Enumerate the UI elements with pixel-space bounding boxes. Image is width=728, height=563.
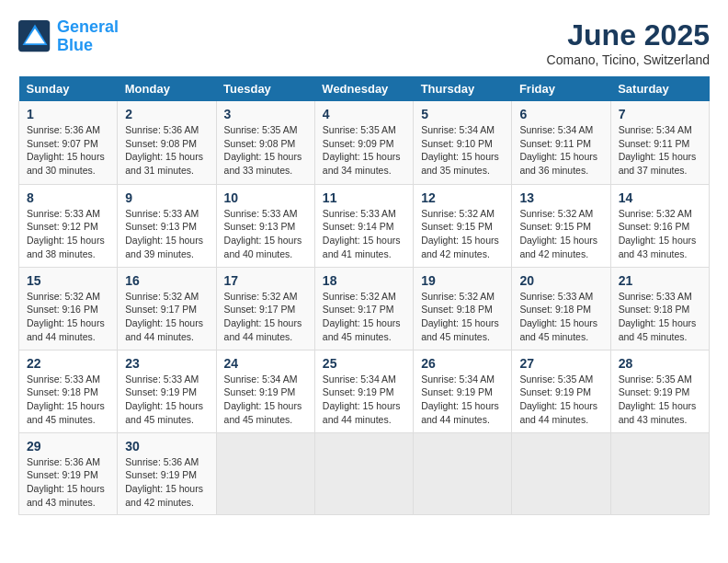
day-info-28: Sunrise: 5:35 AM Sunset: 9:19 PM Dayligh…	[619, 373, 701, 427]
day-info-6: Sunrise: 5:34 AM Sunset: 9:11 PM Dayligh…	[519, 123, 602, 178]
day-info-30: Sunrise: 5:36 AM Sunset: 9:19 PM Dayligh…	[125, 455, 208, 510]
day-number-13: 13	[519, 190, 602, 205]
day-number-7: 7	[619, 107, 701, 121]
header-friday: Friday	[512, 76, 610, 101]
cell-week1-day6: 7Sunrise: 5:34 AM Sunset: 9:11 PM Daylig…	[610, 101, 709, 184]
day-number-12: 12	[421, 190, 504, 205]
day-number-5: 5	[421, 107, 504, 121]
day-info-20: Sunrise: 5:33 AM Sunset: 9:18 PM Dayligh…	[519, 290, 602, 344]
logo-text: General Blue	[57, 18, 119, 55]
cell-week3-day3: 18Sunrise: 5:32 AM Sunset: 9:17 PM Dayli…	[314, 267, 413, 350]
calendar-title: June 2025	[547, 18, 710, 52]
day-number-15: 15	[27, 273, 109, 288]
cell-week5-day2	[216, 432, 314, 515]
cell-week5-day6	[610, 432, 709, 515]
day-info-13: Sunrise: 5:32 AM Sunset: 9:15 PM Dayligh…	[519, 207, 602, 261]
day-info-22: Sunrise: 5:33 AM Sunset: 9:18 PM Dayligh…	[27, 373, 109, 427]
cell-week2-day1: 9Sunrise: 5:33 AM Sunset: 9:13 PM Daylig…	[118, 184, 216, 267]
cell-week3-day0: 15Sunrise: 5:32 AM Sunset: 9:16 PM Dayli…	[19, 267, 118, 350]
cell-week1-day4: 5Sunrise: 5:34 AM Sunset: 9:10 PM Daylig…	[414, 101, 512, 184]
day-number-26: 26	[421, 356, 504, 371]
day-info-19: Sunrise: 5:32 AM Sunset: 9:18 PM Dayligh…	[421, 290, 504, 344]
cell-week3-day2: 17Sunrise: 5:32 AM Sunset: 9:17 PM Dayli…	[216, 267, 314, 350]
cell-week4-day2: 24Sunrise: 5:34 AM Sunset: 9:19 PM Dayli…	[216, 350, 314, 432]
cell-week1-day0: 1Sunrise: 5:36 AM Sunset: 9:07 PM Daylig…	[19, 101, 118, 184]
cell-week1-day5: 6Sunrise: 5:34 AM Sunset: 9:11 PM Daylig…	[512, 101, 610, 184]
day-number-8: 8	[27, 190, 109, 205]
day-info-5: Sunrise: 5:34 AM Sunset: 9:10 PM Dayligh…	[421, 123, 504, 178]
day-number-2: 2	[125, 107, 208, 121]
day-number-9: 9	[125, 190, 208, 205]
title-section: June 2025 Comano, Ticino, Switzerland	[547, 18, 710, 67]
cell-week2-day3: 11Sunrise: 5:33 AM Sunset: 9:14 PM Dayli…	[314, 184, 413, 267]
cell-week4-day1: 23Sunrise: 5:33 AM Sunset: 9:19 PM Dayli…	[118, 350, 216, 432]
day-number-25: 25	[323, 356, 405, 371]
day-info-12: Sunrise: 5:32 AM Sunset: 9:15 PM Dayligh…	[421, 207, 504, 261]
day-number-19: 19	[421, 273, 504, 288]
header-tuesday: Tuesday	[216, 76, 314, 101]
cell-week5-day5	[512, 432, 610, 515]
day-info-23: Sunrise: 5:33 AM Sunset: 9:19 PM Dayligh…	[125, 373, 208, 427]
day-info-17: Sunrise: 5:32 AM Sunset: 9:17 PM Dayligh…	[224, 290, 307, 344]
day-number-1: 1	[27, 107, 109, 121]
cell-week5-day1: 30Sunrise: 5:36 AM Sunset: 9:19 PM Dayli…	[118, 432, 216, 515]
day-number-17: 17	[224, 273, 307, 288]
cell-week3-day5: 20Sunrise: 5:33 AM Sunset: 9:18 PM Dayli…	[512, 267, 610, 350]
week-row-2: 8Sunrise: 5:33 AM Sunset: 9:12 PM Daylig…	[19, 184, 710, 267]
day-number-29: 29	[27, 439, 109, 454]
day-info-15: Sunrise: 5:32 AM Sunset: 9:16 PM Dayligh…	[27, 290, 109, 344]
day-number-24: 24	[224, 356, 307, 371]
day-number-16: 16	[125, 273, 208, 288]
calendar-table: Sunday Monday Tuesday Wednesday Thursday…	[18, 76, 710, 515]
day-number-11: 11	[323, 190, 405, 205]
day-number-28: 28	[619, 356, 701, 371]
cell-week2-day0: 8Sunrise: 5:33 AM Sunset: 9:12 PM Daylig…	[19, 184, 118, 267]
day-number-18: 18	[323, 273, 405, 288]
day-info-8: Sunrise: 5:33 AM Sunset: 9:12 PM Dayligh…	[27, 207, 109, 261]
cell-week4-day0: 22Sunrise: 5:33 AM Sunset: 9:18 PM Dayli…	[19, 350, 118, 432]
cell-week1-day3: 4Sunrise: 5:35 AM Sunset: 9:09 PM Daylig…	[314, 101, 413, 184]
week-row-5: 29Sunrise: 5:36 AM Sunset: 9:19 PM Dayli…	[19, 432, 710, 515]
logo-blue: Blue	[57, 36, 93, 54]
day-info-3: Sunrise: 5:35 AM Sunset: 9:08 PM Dayligh…	[224, 123, 307, 178]
day-info-26: Sunrise: 5:34 AM Sunset: 9:19 PM Dayligh…	[421, 373, 504, 427]
header-monday: Monday	[118, 76, 216, 101]
day-info-1: Sunrise: 5:36 AM Sunset: 9:07 PM Dayligh…	[27, 123, 109, 178]
day-number-6: 6	[519, 107, 602, 121]
header-wednesday: Wednesday	[314, 76, 413, 101]
header-sunday: Sunday	[19, 76, 118, 101]
header-thursday: Thursday	[414, 76, 512, 101]
cell-week2-day2: 10Sunrise: 5:33 AM Sunset: 9:13 PM Dayli…	[216, 184, 314, 267]
cell-week2-day4: 12Sunrise: 5:32 AM Sunset: 9:15 PM Dayli…	[414, 184, 512, 267]
cell-week3-day1: 16Sunrise: 5:32 AM Sunset: 9:17 PM Dayli…	[118, 267, 216, 350]
day-number-14: 14	[619, 190, 701, 205]
day-number-21: 21	[619, 273, 701, 288]
cell-week4-day5: 27Sunrise: 5:35 AM Sunset: 9:19 PM Dayli…	[512, 350, 610, 432]
day-info-16: Sunrise: 5:32 AM Sunset: 9:17 PM Dayligh…	[125, 290, 208, 344]
day-number-10: 10	[224, 190, 307, 205]
day-info-9: Sunrise: 5:33 AM Sunset: 9:13 PM Dayligh…	[125, 207, 208, 261]
cell-week1-day2: 3Sunrise: 5:35 AM Sunset: 9:08 PM Daylig…	[216, 101, 314, 184]
cell-week5-day3	[314, 432, 413, 515]
cell-week5-day4	[414, 432, 512, 515]
day-info-11: Sunrise: 5:33 AM Sunset: 9:14 PM Dayligh…	[323, 207, 405, 261]
day-info-10: Sunrise: 5:33 AM Sunset: 9:13 PM Dayligh…	[224, 207, 307, 261]
day-number-20: 20	[519, 273, 602, 288]
logo-icon	[18, 20, 51, 53]
day-info-2: Sunrise: 5:36 AM Sunset: 9:08 PM Dayligh…	[125, 123, 208, 178]
week-row-1: 1Sunrise: 5:36 AM Sunset: 9:07 PM Daylig…	[19, 101, 710, 184]
week-row-3: 15Sunrise: 5:32 AM Sunset: 9:16 PM Dayli…	[19, 267, 710, 350]
day-info-18: Sunrise: 5:32 AM Sunset: 9:17 PM Dayligh…	[323, 290, 405, 344]
page-header: General Blue June 2025 Comano, Ticino, S…	[18, 18, 710, 67]
day-number-30: 30	[125, 439, 208, 454]
cell-week2-day5: 13Sunrise: 5:32 AM Sunset: 9:15 PM Dayli…	[512, 184, 610, 267]
day-number-3: 3	[224, 107, 307, 121]
day-info-14: Sunrise: 5:32 AM Sunset: 9:16 PM Dayligh…	[619, 207, 701, 261]
day-info-24: Sunrise: 5:34 AM Sunset: 9:19 PM Dayligh…	[224, 373, 307, 427]
day-info-21: Sunrise: 5:33 AM Sunset: 9:18 PM Dayligh…	[619, 290, 701, 344]
header-saturday: Saturday	[610, 76, 709, 101]
cell-week2-day6: 14Sunrise: 5:32 AM Sunset: 9:16 PM Dayli…	[610, 184, 709, 267]
day-number-4: 4	[323, 107, 405, 121]
cell-week4-day6: 28Sunrise: 5:35 AM Sunset: 9:19 PM Dayli…	[610, 350, 709, 432]
cell-week5-day0: 29Sunrise: 5:36 AM Sunset: 9:19 PM Dayli…	[19, 432, 118, 515]
